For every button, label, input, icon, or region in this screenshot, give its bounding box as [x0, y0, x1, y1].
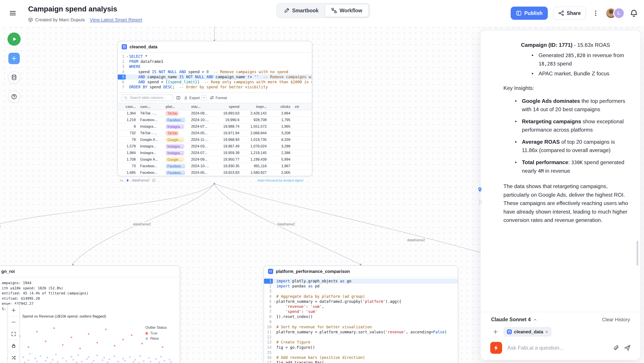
- code-line[interactable]: 8}).reset_index(): [264, 314, 458, 319]
- columns-button[interactable]: [176, 96, 180, 100]
- code-line[interactable]: 7 'spend': 'sum': [264, 309, 458, 314]
- clear-history-button[interactable]: Clear History: [602, 317, 630, 322]
- code-line[interactable]: 14fig = go.Figure(): [264, 345, 458, 350]
- scatter-point: [131, 334, 132, 336]
- table-row[interactable]: 79Google A...Google ...2024-11-...19,968…: [118, 136, 312, 143]
- node-header[interactable]: platform_performance_comparison: [264, 266, 458, 277]
- column-header[interactable]: clicks: [269, 105, 292, 109]
- column-header[interactable]: cam...: [138, 105, 164, 109]
- panel-drag-handle[interactable]: [478, 199, 483, 205]
- auto-focus-note: Auto-Focused by Analyst Agent: [258, 178, 303, 182]
- code-line[interactable]: 10# Sort by revenue for better visualiza…: [264, 324, 458, 329]
- table-row[interactable]: 1,685Faceboo...Faceboo...2024-05...19,92…: [118, 169, 312, 176]
- code-line[interactable]: 3WHERE: [118, 64, 312, 69]
- export-menu-button[interactable]: [201, 95, 207, 101]
- code-line[interactable]: 11platform_summary = platform_summary.so…: [264, 329, 458, 335]
- column-header[interactable]: cam...: [118, 105, 138, 109]
- add-cell-button[interactable]: [8, 53, 20, 64]
- scatter-plot[interactable]: [4, 322, 176, 363]
- output-dataframe-label[interactable]: dataframe2: [132, 178, 150, 182]
- zoom-in-button[interactable]: [8, 304, 19, 316]
- table-header-row: cam...cam...plat...star...spendimpr...cl…: [118, 103, 312, 110]
- table-row[interactable]: 73Faceboo...Faceboo...2024-10-...19,930.…: [118, 163, 312, 169]
- table-row[interactable]: 1,708Google A...Google ...2024-09...19,9…: [118, 156, 312, 163]
- node-platform-performance[interactable]: platform_performance_comparison 1import …: [264, 265, 458, 363]
- code-line[interactable]: 9: [264, 319, 458, 324]
- export-button[interactable]: Export: [184, 95, 207, 101]
- table-search[interactable]: [121, 95, 173, 101]
- python-code-editor[interactable]: 1import plotly.graph_objects as go2impor…: [264, 277, 458, 363]
- code-line[interactable]: 13# Create figure: [264, 340, 458, 345]
- scatter-point: [104, 357, 105, 358]
- avatar-group[interactable]: L: [605, 8, 625, 19]
- code-line[interactable]: 7ORDER BY spend DESC; -- Order by spend …: [118, 85, 312, 90]
- lock-button[interactable]: [8, 340, 19, 352]
- question-input[interactable]: [506, 344, 608, 351]
- code-line[interactable]: 16# Add revenue bars (positive direction…: [264, 355, 458, 360]
- code-line[interactable]: 4 spend IS NOT NULL AND spend > 0 -- Rem…: [118, 70, 312, 75]
- code-line[interactable]: 5▾platform_summary = dataframe2.groupby(…: [264, 299, 458, 304]
- tab-workflow[interactable]: Workflow: [325, 4, 369, 17]
- column-header[interactable]: star...: [189, 105, 214, 109]
- node-cleaned-data[interactable]: cleaned_data 1▾SELECT *2FROM dataframe13…: [117, 41, 312, 176]
- platform-badge: Faceboo...: [166, 118, 186, 122]
- scatter-point: [81, 361, 82, 362]
- code-line[interactable]: 1import plotly.graph_objects as go: [264, 279, 458, 284]
- column-header[interactable]: ctr: [292, 105, 303, 109]
- table-row[interactable]: 1,364TikTok - ...TikTok2024-09...19,993.…: [118, 110, 312, 117]
- context-chip-cleaned-data[interactable]: cleaned_data ×: [504, 327, 552, 337]
- fit-view-button[interactable]: [8, 328, 19, 340]
- share-button[interactable]: Share: [553, 7, 586, 20]
- code-line[interactable]: 2FROM dataframe1: [118, 59, 312, 64]
- table-row[interactable]: 1,218Faceboo...Faceboo...2024-10-...19,9…: [118, 117, 312, 123]
- send-icon[interactable]: [624, 344, 631, 351]
- run-all-button[interactable]: [8, 33, 21, 46]
- format-button[interactable]: Format: [210, 96, 227, 100]
- code-line[interactable]: 3: [264, 289, 458, 294]
- avatar[interactable]: L: [613, 8, 625, 19]
- code-line[interactable]: 2import pandas as pd: [264, 284, 458, 289]
- node-campaign-roi[interactable]: gn_roi ampaigns: 1944ith ≥$10k spend: 10…: [0, 265, 180, 363]
- publish-button[interactable]: Publish: [511, 7, 548, 20]
- menu-icon[interactable]: [9, 10, 17, 17]
- data-sources-button[interactable]: [8, 71, 20, 84]
- panel-scrollbar[interactable]: [636, 241, 638, 265]
- table-row[interactable]: 732TikTok - ...TikTok2024-05...19,971.94…: [118, 130, 312, 136]
- code-line[interactable]: 5 AND campaign_name IS NOT NULL AND camp…: [118, 75, 312, 80]
- panel-pin-icon[interactable]: [477, 187, 483, 192]
- notifications-bell-icon[interactable]: [630, 9, 638, 17]
- code-line[interactable]: 6 AND spend > {{spend_limit}} -- Keep on…: [118, 80, 312, 85]
- code-line[interactable]: 1▾SELECT *: [118, 54, 312, 59]
- search-input[interactable]: [129, 95, 170, 100]
- rearrange-button[interactable]: [8, 352, 19, 363]
- node-header[interactable]: [0, 266, 180, 277]
- node-header[interactable]: cleaned_data: [118, 41, 312, 53]
- add-context-button[interactable]: [491, 327, 500, 336]
- code-line[interactable]: 4# Aggregate data by platform (ad group): [264, 294, 458, 299]
- sql-code-editor[interactable]: 1▾SELECT *2FROM dataframe13WHERE4 spend …: [118, 53, 312, 92]
- scatter-point: [148, 357, 150, 359]
- tab-smartbook[interactable]: Smartbook: [278, 5, 325, 17]
- scatter-point: [40, 355, 41, 357]
- cube-icon: [28, 17, 33, 22]
- zoom-out-button[interactable]: [8, 316, 19, 328]
- code-line[interactable]: 15: [264, 350, 458, 355]
- fabi-bolt-icon[interactable]: [490, 342, 502, 354]
- scatter-point: [164, 360, 165, 361]
- column-header[interactable]: plat...: [164, 105, 189, 109]
- remove-chip-icon[interactable]: ×: [546, 329, 548, 334]
- code-line[interactable]: 12: [264, 335, 458, 340]
- attach-icon[interactable]: [612, 344, 620, 351]
- download-icon: [184, 96, 188, 100]
- more-options-button[interactable]: [591, 7, 600, 20]
- table-row[interactable]: 1,578Instagra...Instagra...2024-03...19,…: [118, 143, 312, 149]
- table-row[interactable]: 9Instagra...Instagra...2024-07...19,988.…: [118, 123, 312, 130]
- view-latest-smart-report-link[interactable]: View Latest Smart Report: [90, 17, 142, 23]
- code-line[interactable]: 6 'revenue': 'sum',: [264, 304, 458, 309]
- table-row[interactable]: 1,984Instagra...Instagra...2024-07...19,…: [118, 149, 312, 156]
- column-header[interactable]: spend: [214, 105, 242, 109]
- column-header[interactable]: impr...: [242, 105, 269, 109]
- code-line[interactable]: 17fig.add_trace(go.Bar(: [264, 360, 458, 363]
- model-selector[interactable]: Claude Sonnet 4: [491, 317, 537, 322]
- help-button[interactable]: [8, 91, 20, 103]
